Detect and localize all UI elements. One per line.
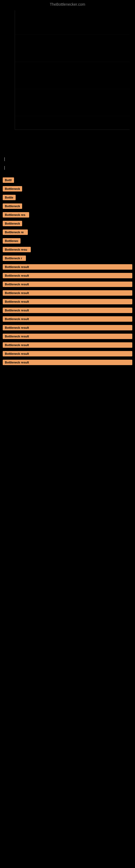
result-badge-1: Bottl [3, 177, 14, 183]
result-badge-7: Bottleneck re [3, 229, 28, 235]
result-item-16: Bottleneck result [3, 308, 132, 313]
result-item-21: Bottleneck result [3, 351, 132, 356]
result-badge-12: Bottleneck result [3, 273, 132, 278]
result-item-1: Bottl [3, 177, 132, 183]
result-badge-19: Bottleneck result [3, 334, 132, 339]
result-badge-17: Bottleneck result [3, 316, 132, 322]
result-badge-3: Bottle [3, 195, 16, 200]
result-item-17: Bottleneck result [3, 316, 132, 322]
result-item-8: Bottlenec [3, 238, 132, 244]
result-badge-15: Bottleneck result [3, 299, 132, 304]
chart-area [0, 8, 135, 143]
result-item-15: Bottleneck result [3, 299, 132, 304]
result-badge-9: Bottleneck resu [3, 247, 31, 252]
svg-rect-0 [3, 8, 132, 141]
result-item-20: Bottleneck result [3, 342, 132, 348]
cursor-indicator-2: | [4, 165, 5, 170]
result-badge-4: Bottleneck [3, 204, 22, 209]
result-item-19: Bottleneck result [3, 334, 132, 339]
result-item-4: Bottleneck [3, 204, 132, 209]
result-item-6: Bottleneck [3, 221, 132, 226]
result-badge-16: Bottleneck result [3, 308, 132, 313]
result-badge-13: Bottleneck result [3, 282, 132, 287]
result-badge-5: Bottleneck res [3, 212, 29, 218]
result-item-14: Bottleneck result [3, 290, 132, 296]
result-item-2: Bottleneck [3, 186, 132, 191]
site-title: TheBottlenecker.com [0, 0, 135, 8]
result-item-12: Bottleneck result [3, 273, 132, 278]
result-badge-21: Bottleneck result [3, 351, 132, 356]
result-badge-10: Bottleneck r [3, 255, 26, 261]
results-container: Bottl Bottleneck Bottle Bottleneck Bottl… [0, 175, 135, 371]
result-item-10: Bottleneck r [3, 255, 132, 261]
result-badge-8: Bottlenec [3, 238, 20, 244]
result-item-22: Bottleneck result [3, 360, 132, 365]
result-item-13: Bottleneck result [3, 282, 132, 287]
result-item-11: Bottleneck result [3, 264, 132, 270]
result-item-18: Bottleneck result [3, 325, 132, 330]
input-area: | | [0, 154, 135, 175]
result-badge-22: Bottleneck result [3, 360, 132, 365]
spacer-1 [0, 143, 135, 154]
cursor-indicator-1: | [4, 157, 5, 161]
result-item-3: Bottle [3, 195, 132, 200]
result-item-9: Bottleneck resu [3, 247, 132, 252]
result-badge-11: Bottleneck result [3, 264, 132, 270]
result-badge-2: Bottleneck [3, 186, 22, 191]
result-item-5: Bottleneck res [3, 212, 132, 218]
result-badge-18: Bottleneck result [3, 325, 132, 330]
result-item-7: Bottleneck re [3, 229, 132, 235]
result-badge-14: Bottleneck result [3, 290, 132, 296]
result-badge-20: Bottleneck result [3, 342, 132, 348]
result-badge-6: Bottleneck [3, 221, 22, 226]
